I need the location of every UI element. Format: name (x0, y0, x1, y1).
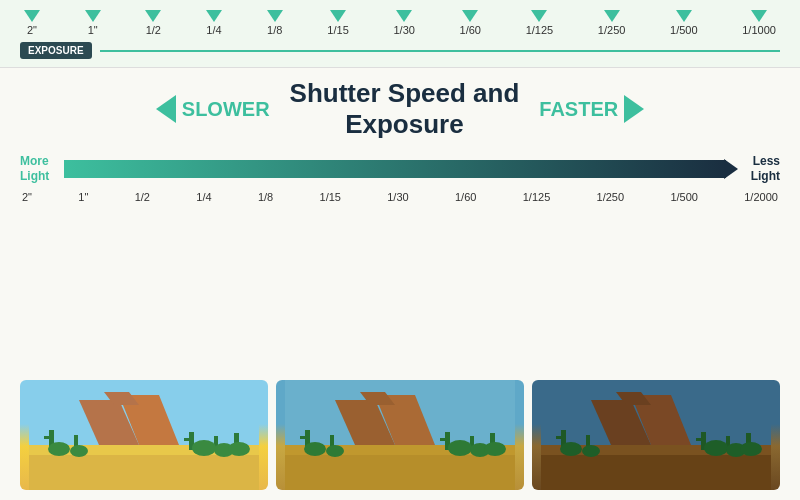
svg-rect-28 (440, 438, 450, 441)
exposure-line (100, 50, 780, 52)
slower-label: SLOWER (156, 95, 270, 123)
svg-point-49 (704, 440, 728, 456)
images-section (0, 372, 800, 500)
svg-point-53 (740, 442, 762, 456)
svg-rect-46 (696, 438, 706, 441)
arrow-label: 1" (88, 24, 98, 36)
arrow-col: 1/60 (460, 10, 481, 36)
arrow-col: 1/30 (393, 10, 414, 36)
arrow-col: 2" (24, 10, 40, 36)
arrow-col: 1/4 (206, 10, 222, 36)
arrow-label: 1/30 (393, 24, 414, 36)
svg-rect-10 (184, 438, 194, 441)
more-light-label: MoreLight (20, 154, 60, 183)
middle-section: SLOWER Shutter Speed and Exposure FASTER… (0, 68, 800, 372)
svg-rect-25 (300, 436, 310, 439)
top-section: 2"1"1/21/41/81/151/301/601/1251/2501/500… (0, 0, 800, 68)
arrow-label: 1/250 (598, 24, 626, 36)
gradient-arrow-row: MoreLight LessLight (20, 154, 780, 183)
arrow-label: 1/1000 (742, 24, 776, 36)
scene-dark (532, 380, 780, 490)
arrow-label: 1/4 (206, 24, 221, 36)
down-arrow-icon (145, 10, 161, 22)
arrow-left-icon (156, 95, 176, 123)
speed-label: 1/250 (597, 191, 625, 203)
svg-rect-5 (29, 455, 259, 490)
arrow-col: 1/15 (327, 10, 348, 36)
faster-label: FASTER (539, 95, 644, 123)
svg-point-17 (228, 442, 250, 456)
speed-label: 1/15 (320, 191, 341, 203)
svg-point-52 (582, 445, 600, 457)
svg-point-51 (560, 442, 582, 456)
svg-point-35 (484, 442, 506, 456)
main-container: 2"1"1/21/41/81/151/301/601/1251/2501/500… (0, 0, 800, 500)
down-arrow-icon (751, 10, 767, 22)
scene-bright (20, 380, 268, 490)
scene-medium (276, 380, 524, 490)
down-arrow-icon (267, 10, 283, 22)
arrow-col: 1/1000 (742, 10, 776, 36)
arrow-col: 1/500 (670, 10, 698, 36)
speed-labels-row: 2"1"1/21/41/81/151/301/601/1251/2501/500… (20, 191, 780, 203)
arrow-label: 1/500 (670, 24, 698, 36)
speed-label: 1/500 (670, 191, 698, 203)
speed-label: 1/4 (196, 191, 211, 203)
arrow-label: 2" (27, 24, 37, 36)
arrow-col: 1/2 (145, 10, 161, 36)
exposure-badge: EXPOSURE (20, 42, 92, 59)
down-arrow-icon (396, 10, 412, 22)
svg-point-16 (70, 445, 88, 457)
speed-label: 1/125 (523, 191, 551, 203)
arrow-label: 1/15 (327, 24, 348, 36)
svg-point-31 (448, 440, 472, 456)
speed-label: 1/2000 (744, 191, 778, 203)
svg-rect-23 (285, 455, 515, 490)
title-row: SLOWER Shutter Speed and Exposure FASTER (20, 78, 780, 140)
svg-rect-43 (556, 436, 566, 439)
arrow-label: 1/125 (526, 24, 554, 36)
down-arrow-icon (85, 10, 101, 22)
svg-point-33 (304, 442, 326, 456)
down-arrow-icon (531, 10, 547, 22)
arrow-right-icon (624, 95, 644, 123)
arrow-col: 1/8 (267, 10, 283, 36)
arrow-col: 1" (85, 10, 101, 36)
svg-point-13 (192, 440, 216, 456)
exposure-row: EXPOSURE (20, 42, 780, 59)
down-arrow-icon (604, 10, 620, 22)
svg-rect-41 (541, 455, 771, 490)
down-arrow-icon (676, 10, 692, 22)
down-arrow-icon (206, 10, 222, 22)
speed-label: 1/8 (258, 191, 273, 203)
arrow-label: 1/8 (267, 24, 282, 36)
down-arrow-icon (24, 10, 40, 22)
speed-label: 2" (22, 191, 32, 203)
speed-label: 1/60 (455, 191, 476, 203)
arrow-col: 1/125 (526, 10, 554, 36)
arrow-label: 1/60 (460, 24, 481, 36)
speed-label: 1/30 (387, 191, 408, 203)
svg-rect-7 (44, 436, 54, 439)
arrows-row: 2"1"1/21/41/81/151/301/601/1251/2501/500… (20, 10, 780, 36)
speed-label: 1" (78, 191, 88, 203)
svg-point-15 (48, 442, 70, 456)
gradient-arrow (64, 160, 726, 178)
down-arrow-icon (330, 10, 346, 22)
main-title: Shutter Speed and Exposure (290, 78, 520, 140)
down-arrow-icon (462, 10, 478, 22)
svg-point-34 (326, 445, 344, 457)
arrow-label: 1/2 (146, 24, 161, 36)
arrow-col: 1/250 (598, 10, 626, 36)
speed-label: 1/2 (135, 191, 150, 203)
